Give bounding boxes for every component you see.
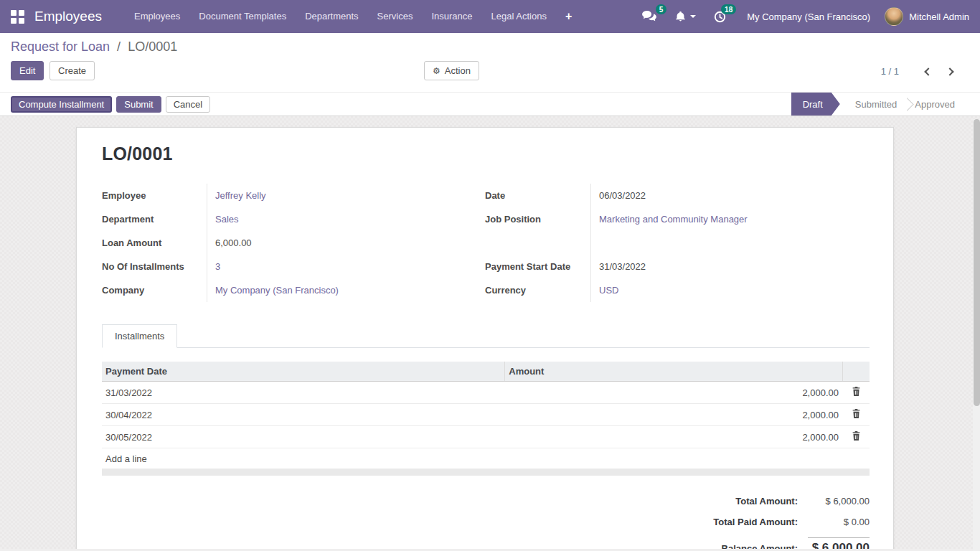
field-row-spacer <box>591 231 870 255</box>
apps-grid-icon[interactable] <box>11 10 24 24</box>
delete-row-button[interactable] <box>852 409 861 419</box>
add-a-line-link[interactable]: Add a line <box>102 448 870 469</box>
status-pipeline: Draft Submitted Approved <box>791 93 970 116</box>
control-panel-buttons: Edit Create ⚙ Action 1 / 1 <box>11 61 969 83</box>
trash-icon <box>852 431 861 441</box>
messages-badge: 5 <box>656 4 667 14</box>
pager: 1 / 1 <box>881 65 961 78</box>
cell-payment-date: 30/04/2022 <box>102 404 505 426</box>
cell-amount: 2,000.00 <box>505 382 842 404</box>
field-value-job-position[interactable]: Marketing and Community Manager <box>599 214 748 225</box>
navbar-systray: 5 18 My Company (San Francisco) Mitchell… <box>633 0 969 33</box>
control-panel: Request for Loan / LO/0001 Edit Create ⚙… <box>0 33 980 92</box>
breadcrumb-parent-link[interactable]: Request for Loan <box>11 39 110 54</box>
horizontal-scrollbar[interactable] <box>102 469 870 476</box>
balance-amount-label: Balance Amount: <box>722 543 798 549</box>
top-navbar: Employees Employees Document Templates D… <box>0 0 980 33</box>
pager-next-button[interactable] <box>939 65 961 78</box>
nav-employees[interactable]: Employees <box>125 0 189 33</box>
field-label-payment-start-date: Payment Start Date <box>485 255 591 278</box>
notebook-tabs: Installments <box>102 324 870 348</box>
field-label-job-position: Job Position <box>485 207 591 231</box>
field-label-currency: Currency <box>485 278 591 302</box>
installments-table: Payment Date Amount 31/03/2022 2,000.00 … <box>102 362 870 469</box>
table-row[interactable]: 31/03/2022 2,000.00 <box>102 382 870 404</box>
nav-add-menu-button[interactable]: + <box>556 0 581 33</box>
stage-draft[interactable]: Draft <box>791 93 840 116</box>
cell-payment-date: 30/05/2022 <box>102 426 505 448</box>
nav-legal-actions[interactable]: Legal Actions <box>482 0 556 33</box>
tab-installments[interactable]: Installments <box>102 324 177 348</box>
chat-icon <box>641 10 657 23</box>
column-header-actions <box>842 362 870 382</box>
field-label-employee: Employee <box>102 184 207 207</box>
user-name: Mitchell Admin <box>909 11 969 22</box>
nav-departments[interactable]: Departments <box>296 0 367 33</box>
field-value-payment-start-date: 31/03/2022 <box>599 261 646 272</box>
add-line-row: Add a line <box>102 448 870 469</box>
user-menu[interactable]: Mitchell Admin <box>885 7 969 26</box>
nav-insurance[interactable]: Insurance <box>422 0 481 33</box>
breadcrumb-separator: / <box>117 39 121 54</box>
field-value-currency[interactable]: USD <box>599 285 618 296</box>
edit-button[interactable]: Edit <box>11 61 44 80</box>
field-row-spacer <box>485 231 591 255</box>
total-paid-amount-label: Total Paid Amount: <box>713 517 798 527</box>
gear-icon: ⚙ <box>433 66 440 76</box>
table-row[interactable]: 30/05/2022 2,000.00 <box>102 426 870 448</box>
compute-installment-button[interactable]: Compute Installment <box>11 96 112 113</box>
delete-row-button[interactable] <box>852 431 861 441</box>
table-header-row: Payment Date Amount <box>102 362 870 382</box>
nav-document-templates[interactable]: Document Templates <box>189 0 296 33</box>
create-button[interactable]: Create <box>50 61 95 80</box>
table-row[interactable]: 30/04/2022 2,000.00 <box>102 404 870 426</box>
cell-amount: 2,000.00 <box>505 426 842 448</box>
pager-previous-button[interactable] <box>918 65 939 78</box>
cell-payment-date: 31/03/2022 <box>102 382 505 404</box>
field-group-right: Date 06/03/2022 Job Position Marketing a… <box>485 184 870 302</box>
action-button[interactable]: ⚙ Action <box>424 61 479 80</box>
notifications-button[interactable] <box>666 0 705 33</box>
app-title[interactable]: Employees <box>34 9 102 24</box>
field-label-date: Date <box>485 184 591 207</box>
totals-section: Total Amount: $ 6,000.00 Total Paid Amou… <box>102 496 870 549</box>
breadcrumb: Request for Loan / LO/0001 <box>11 39 969 55</box>
field-value-employee[interactable]: Jeffrey Kelly <box>215 190 266 201</box>
submit-button[interactable]: Submit <box>116 96 161 113</box>
cell-amount: 2,000.00 <box>505 404 842 426</box>
column-header-payment-date[interactable]: Payment Date <box>102 362 505 382</box>
activities-button[interactable]: 18 <box>705 0 735 33</box>
cancel-button[interactable]: Cancel <box>166 96 210 113</box>
breadcrumb-current: LO/0001 <box>128 39 177 54</box>
delete-row-button[interactable] <box>852 387 861 397</box>
field-label-department: Department <box>102 207 207 231</box>
chevron-left-icon <box>924 67 932 75</box>
field-value-department[interactable]: Sales <box>215 214 239 225</box>
action-button-label: Action <box>445 65 471 76</box>
field-group-left: Employee Jeffrey Kelly Department Sales … <box>102 184 485 302</box>
field-label-company: Company <box>102 278 207 302</box>
balance-amount-value: $ 6,000.00 <box>808 537 870 549</box>
form-sheet: LO/0001 Employee Jeffrey Kelly Departmen… <box>76 127 894 549</box>
avatar <box>885 7 903 26</box>
trash-icon <box>852 409 861 419</box>
field-value-loan-amount: 6,000.00 <box>215 237 252 248</box>
statusbar-buttons: Compute Installment Submit Cancel <box>11 93 215 116</box>
field-value-no-of-installments: 3 <box>215 261 220 272</box>
company-switcher[interactable]: My Company (San Francisco) <box>747 11 870 22</box>
balance-amount-row: Balance Amount: $ 6,000.00 <box>722 537 870 549</box>
column-header-amount[interactable]: Amount <box>505 362 842 382</box>
record-title: LO/0001 <box>102 143 870 164</box>
apps-grid-square <box>19 18 24 24</box>
nav-services[interactable]: Services <box>368 0 423 33</box>
apps-grid-square <box>11 10 17 16</box>
field-value-company[interactable]: My Company (San Francisco) <box>215 285 339 296</box>
apps-grid-square <box>11 18 17 24</box>
vertical-scrollbar-track[interactable] <box>973 119 980 549</box>
chevron-right-icon <box>946 67 953 75</box>
field-value-date: 06/03/2022 <box>599 190 646 201</box>
vertical-scrollbar-thumb[interactable] <box>974 119 980 406</box>
bell-icon <box>674 10 687 23</box>
total-amount-label: Total Amount: <box>735 496 798 507</box>
messages-button[interactable]: 5 <box>633 0 666 33</box>
